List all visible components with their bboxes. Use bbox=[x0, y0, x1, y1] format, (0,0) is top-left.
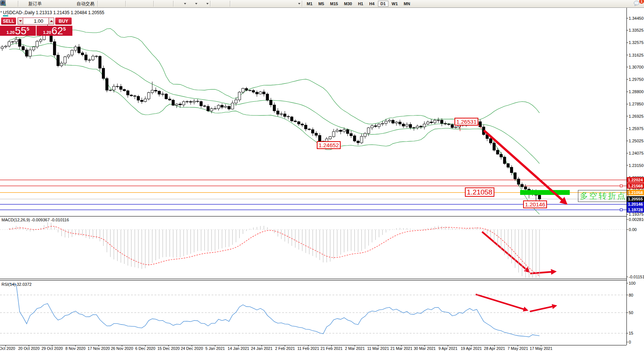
ask-price-sup: 5 bbox=[63, 26, 66, 32]
candle-body bbox=[507, 164, 509, 167]
turning-point-note[interactable]: 多空转折点 bbox=[578, 190, 628, 202]
candle-body bbox=[231, 103, 234, 109]
triangle-up-icon bbox=[50, 20, 53, 22]
candle-body bbox=[444, 123, 447, 124]
price-annotation-high[interactable]: 1.26531 bbox=[454, 118, 478, 126]
candle-body bbox=[291, 117, 293, 121]
candle-body bbox=[312, 130, 314, 133]
candle-body bbox=[81, 53, 84, 55]
candle-body bbox=[147, 92, 150, 99]
price-annotation-low[interactable]: 1.24652 bbox=[317, 141, 341, 149]
date-tick-label: 14 Jan 2021 bbox=[228, 346, 249, 351]
candle-body bbox=[85, 55, 87, 60]
rsi-scale-label: 0 bbox=[629, 340, 631, 344]
candle-body bbox=[15, 39, 18, 42]
candle-body bbox=[538, 195, 541, 199]
candle-body bbox=[200, 101, 202, 106]
price-tick-label: 1.33525 bbox=[629, 28, 644, 32]
candle-body bbox=[378, 124, 380, 127]
candle-body bbox=[78, 47, 80, 53]
sell-button[interactable]: SELL bbox=[1, 18, 16, 25]
price-annotation-low2[interactable]: 1.20146 bbox=[523, 200, 547, 208]
current-price-label: 1.20555 bbox=[628, 197, 643, 201]
candle-body bbox=[252, 91, 255, 92]
volume-input[interactable] bbox=[23, 18, 49, 25]
macd-plot[interactable] bbox=[0, 222, 626, 278]
level-price-label: 1.21568 bbox=[628, 184, 643, 188]
candle-body bbox=[409, 124, 412, 127]
level-price-label: 1.22024 bbox=[628, 178, 643, 182]
level-price-label: 1.20146 bbox=[628, 202, 643, 206]
candle-body bbox=[158, 91, 160, 94]
candle-body bbox=[304, 125, 307, 129]
candle-body bbox=[479, 122, 481, 127]
rsi-scale-label: 15 bbox=[629, 331, 633, 335]
level-price-label: 1.21058 bbox=[628, 190, 643, 195]
bid-price-sup: 5 bbox=[26, 26, 29, 32]
one-click-trading-panel: SELL BUY 1.20 55 5 1.20 62 5 bbox=[0, 17, 74, 36]
candle-body bbox=[12, 42, 14, 42]
candle-body bbox=[339, 130, 342, 131]
candle-body bbox=[332, 132, 335, 137]
candle-body bbox=[210, 109, 213, 111]
candle-body bbox=[357, 141, 359, 143]
candle-body bbox=[388, 120, 391, 121]
candle-body bbox=[273, 105, 276, 111]
date-tick-label: 6 Dec 2020 bbox=[135, 346, 156, 351]
candle-body bbox=[392, 120, 394, 123]
trend-arrow[interactable] bbox=[476, 294, 526, 310]
candle-body bbox=[371, 126, 373, 128]
price-tick-label: 1.26925 bbox=[629, 114, 644, 118]
trend-arrow[interactable] bbox=[530, 306, 555, 312]
candle-body bbox=[503, 157, 506, 164]
chart-title-ohlc: USDCAD-,Daily 1.21313 1.21435 1.20484 1.… bbox=[3, 10, 104, 15]
candle-body bbox=[517, 179, 520, 184]
line-drag-handle bbox=[620, 209, 622, 211]
bid-price-box[interactable]: 1.20 55 5 bbox=[0, 26, 36, 36]
bollinger-lower-band bbox=[9, 49, 540, 214]
trend-arrow[interactable] bbox=[482, 232, 528, 271]
candle-body bbox=[510, 167, 513, 173]
volume-decrease-button[interactable] bbox=[18, 18, 23, 25]
candle-body bbox=[182, 102, 185, 105]
date-tick-label: 26 Nov 2020 bbox=[111, 346, 133, 351]
date-tick-label: 7 May 2021 bbox=[507, 346, 528, 351]
candle-body bbox=[18, 39, 21, 47]
candle-body bbox=[364, 133, 366, 136]
ask-price-box[interactable]: 1.20 62 5 bbox=[37, 26, 72, 36]
date-tick-label: 8 Nov 2020 bbox=[65, 346, 85, 351]
candle-body bbox=[402, 124, 405, 126]
candle-body bbox=[308, 129, 310, 130]
macd-scale-label: 0.002816 bbox=[629, 217, 644, 222]
support-zone-bar[interactable] bbox=[520, 190, 570, 195]
price-annotation-support[interactable]: 1.21058 bbox=[465, 187, 494, 197]
objects-collapse-icon[interactable]: ▴ bbox=[0, 10, 2, 13]
candle-body bbox=[151, 90, 154, 92]
price-tick-label: 1.25975 bbox=[629, 126, 644, 131]
candle-body bbox=[294, 121, 297, 121]
rsi-plot[interactable] bbox=[0, 283, 626, 337]
volume-increase-button[interactable] bbox=[49, 18, 54, 25]
candle-body bbox=[238, 92, 241, 100]
candle-body bbox=[413, 127, 415, 128]
candle-body bbox=[454, 127, 457, 128]
price-tick-label: 1.30700 bbox=[629, 65, 644, 69]
chart-canvas[interactable]: 1.344501.335251.325751.316251.307001.297… bbox=[0, 0, 644, 351]
candle-body bbox=[57, 55, 59, 66]
main-chart-plot[interactable] bbox=[0, 23, 626, 214]
candle-body bbox=[284, 114, 286, 117]
buy-button[interactable]: BUY bbox=[55, 18, 72, 25]
date-tick-label: 11 Feb 2021 bbox=[297, 346, 319, 351]
candle-body bbox=[64, 57, 66, 63]
price-tick-label: 1.31625 bbox=[629, 53, 644, 57]
candle-body bbox=[242, 88, 244, 92]
candle-body bbox=[60, 63, 63, 66]
candle-body bbox=[280, 114, 283, 114]
rsi-scale-label: 50 bbox=[629, 310, 633, 315]
date-tick-label: 9 Apr 2021 bbox=[438, 346, 457, 351]
candle-body bbox=[245, 88, 248, 90]
candle-body bbox=[353, 136, 356, 141]
candle-body bbox=[426, 122, 429, 124]
candle-body bbox=[434, 120, 436, 123]
candle-body bbox=[137, 96, 140, 100]
